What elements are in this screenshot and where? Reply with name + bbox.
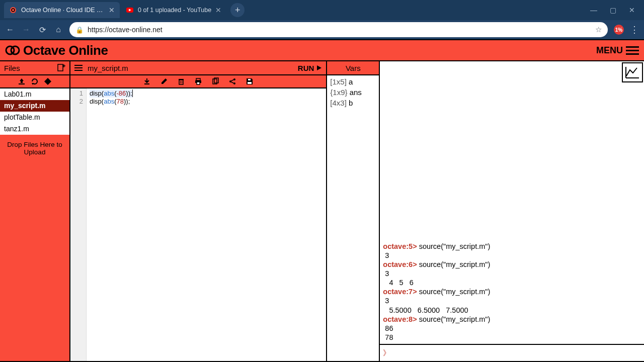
new-file-icon[interactable] [56,63,65,72]
svg-rect-18 [196,78,200,80]
svg-rect-15 [179,79,184,80]
run-button[interactable]: RUN [298,64,323,72]
svg-rect-13 [144,83,149,84]
plot-icon [625,66,640,79]
code-line[interactable]: disp(abs(-86)); [90,89,133,98]
console-input[interactable] [393,349,641,357]
brand[interactable]: Octave Online [5,43,108,58]
close-window-icon[interactable]: ✕ [627,6,637,14]
hamburger-icon [626,46,639,55]
minimize-icon[interactable]: — [589,6,599,14]
files-header: Files [0,61,69,75]
home-icon[interactable]: ⌂ [53,25,63,34]
code-line[interactable]: disp(abs(78)); [90,98,133,106]
brand-text: Octave Online [23,43,108,58]
browser-tab-1[interactable]: 0 of 1 uploaded - YouTube ✕ [121,2,226,18]
file-item[interactable]: plotTable.m [0,112,69,123]
file-item[interactable]: Lab01.m [0,88,69,100]
files-label: Files [4,64,20,72]
menu-label: MENU [596,45,623,56]
var-item[interactable]: {1x9} ans [327,87,379,98]
history-icon[interactable] [44,77,52,85]
octave-logo-icon [5,43,20,58]
url-bar[interactable]: 🔒 https://octave-online.net ☆ [69,22,608,37]
reload-icon[interactable]: ⟳ [37,25,47,35]
editor-toolbar [70,75,326,88]
editor-header: my_script.m RUN [70,61,326,75]
browser-tabstrip: Octave Online · Cloud IDE compa ✕ 0 of 1… [0,0,644,20]
back-icon[interactable]: ← [5,25,15,34]
new-tab-button[interactable]: + [230,3,245,17]
prompt-icon: 》 [383,348,390,358]
svg-rect-29 [248,79,251,80]
upload-icon[interactable] [18,78,26,85]
browser-tab-0[interactable]: Octave Online · Cloud IDE compa ✕ [4,2,120,18]
drop-hint[interactable]: Drop Files Here to Upload [0,138,69,159]
download-icon[interactable] [143,77,151,85]
console-input-row: 》 [380,344,644,361]
code-area[interactable]: 1 2 disp(abs(-86)); disp(abs(78)); [70,88,326,361]
octave-online-app: Octave Online MENU Files [0,39,644,362]
file-list: Lab01.m my_script.m plotTable.m tanz1.m [0,88,69,135]
bookmark-icon[interactable]: ☆ [595,25,602,34]
maximize-icon[interactable]: ▢ [608,6,618,14]
browser-menu-icon[interactable]: ⋮ [630,24,639,35]
app-header: Octave Online MENU [0,39,644,61]
console-output[interactable]: octave:5> source("my_script.m") 3 octave… [380,88,644,344]
editor-menu-icon[interactable] [74,65,83,71]
editor-panel: my_script.m RUN 1 2 [70,61,327,361]
files-panel: Files Lab01.m my_script.m plotTa [0,61,70,361]
line-number: 1 [70,89,83,98]
svg-rect-6 [58,64,63,71]
svg-point-0 [10,7,16,13]
save-icon[interactable] [246,77,254,85]
window-controls: — ▢ ✕ [589,6,640,14]
delete-icon[interactable] [177,77,185,85]
svg-line-26 [231,80,234,81]
svg-rect-14 [179,80,183,84]
share-icon[interactable] [228,77,236,85]
plot-button[interactable] [622,62,643,82]
vars-panel: Vars [1x5] a {1x9} ans [4x3] b [327,61,380,361]
var-item[interactable]: [1x5] a [327,76,379,87]
files-toolbar [0,75,69,88]
line-number: 2 [70,98,83,106]
console-panel: octave:5> source("my_script.m") 3 octave… [380,61,644,361]
main-panels: Files Lab01.m my_script.m plotTa [0,61,644,362]
run-label: RUN [298,64,314,72]
vars-list: [1x5] a {1x9} ans [4x3] b [327,75,379,361]
edit-icon[interactable] [160,77,168,85]
svg-point-25 [233,82,235,84]
gutter: 1 2 [70,88,87,361]
url-text: https://octave-online.net [88,26,591,34]
svg-marker-11 [44,78,51,85]
svg-point-24 [233,78,235,80]
file-item[interactable]: my_script.m [0,100,69,112]
svg-marker-12 [317,65,321,70]
browser-toolbar: ← → ⟳ ⌂ 🔒 https://octave-online.net ☆ 1%… [0,20,644,39]
close-icon[interactable]: ✕ [109,6,115,14]
extension-badge[interactable]: 1% [614,25,624,35]
copy-icon[interactable] [211,77,219,85]
svg-rect-20 [197,82,200,84]
console-top [380,61,644,88]
var-item[interactable]: [4x3] b [327,98,379,108]
lock-icon: 🔒 [75,26,84,34]
svg-line-27 [231,82,234,83]
print-icon[interactable] [194,77,202,85]
play-icon [316,65,322,71]
octave-favicon [9,6,17,14]
svg-rect-28 [248,82,252,84]
editor-filename: my_script.m [88,64,128,72]
youtube-favicon [126,6,134,14]
tab-title: Octave Online · Cloud IDE compa [21,7,105,14]
svg-point-5 [11,46,19,54]
tab-title: 0 of 1 uploaded - YouTube [138,7,211,14]
vars-header: Vars [327,61,379,75]
forward-icon: → [21,25,31,34]
refresh-icon[interactable] [31,78,39,85]
close-icon[interactable]: ✕ [215,6,221,14]
menu-button[interactable]: MENU [596,45,639,56]
code-lines[interactable]: disp(abs(-86)); disp(abs(78)); [87,88,136,361]
file-item[interactable]: tanz1.m [0,123,69,135]
